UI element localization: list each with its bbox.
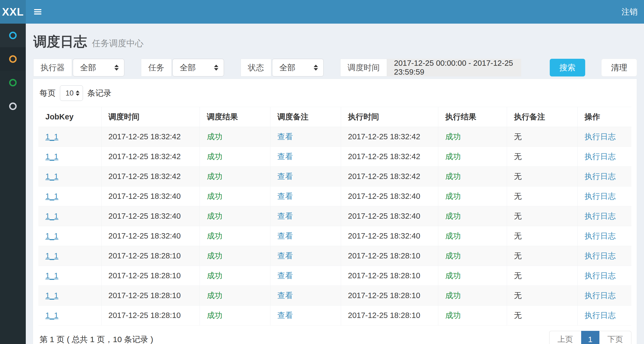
- sidebar-item-3[interactable]: [0, 71, 26, 94]
- jobkey-link[interactable]: 1_1: [45, 172, 58, 181]
- trigger-result-text: 成功: [207, 251, 222, 260]
- trigger-msg-link[interactable]: 查看: [277, 212, 293, 220]
- trigger-msg-link[interactable]: 查看: [277, 232, 293, 240]
- trigger-msg-link[interactable]: 查看: [277, 152, 293, 161]
- trigger-msg-link[interactable]: 查看: [277, 311, 293, 320]
- page-subtitle: 任务调度中心: [92, 38, 143, 48]
- handle-time-cell: 2017-12-25 18:32:40: [341, 186, 438, 206]
- handle-msg-cell: 无: [507, 246, 577, 266]
- handle-result-text: 成功: [445, 132, 461, 141]
- page-size-select[interactable]: 10: [60, 85, 83, 101]
- pagination: 上页 1 下页: [549, 331, 631, 344]
- status-filter-group: 状态 全部: [241, 59, 324, 76]
- table-row: 1_1 2017-12-25 18:32:42 成功 查看 2017-12-25…: [38, 167, 631, 186]
- status-select[interactable]: 全部: [272, 59, 324, 76]
- jobkey-link[interactable]: 1_1: [45, 212, 58, 220]
- table-row: 1_1 2017-12-25 18:28:10 成功 查看 2017-12-25…: [38, 286, 631, 306]
- trigger-msg-link[interactable]: 查看: [277, 251, 293, 260]
- exec-log-link[interactable]: 执行日志: [585, 172, 616, 181]
- col-handle-time: 执行时间: [341, 107, 438, 127]
- jobkey-link[interactable]: 1_1: [45, 192, 58, 200]
- handle-time-cell: 2017-12-25 18:28:10: [341, 306, 438, 325]
- time-range-input[interactable]: 2017-12-25 00:00:00 - 2017-12-25 23:59:5…: [387, 59, 521, 76]
- handle-time-cell: 2017-12-25 18:32:40: [341, 206, 438, 226]
- handle-result-text: 成功: [445, 251, 461, 260]
- search-button[interactable]: 搜索: [550, 59, 585, 76]
- exec-log-link[interactable]: 执行日志: [585, 152, 616, 161]
- jobkey-link[interactable]: 1_1: [45, 232, 58, 240]
- app-logo[interactable]: XXL: [0, 0, 26, 24]
- log-table-body: 1_1 2017-12-25 18:32:42 成功 查看 2017-12-25…: [38, 127, 631, 325]
- handle-result-text: 成功: [445, 192, 461, 200]
- executor-select-value: 全部: [80, 62, 96, 73]
- trigger-time-cell: 2017-12-25 18:32:40: [101, 186, 200, 206]
- clear-button[interactable]: 清理: [601, 59, 637, 76]
- trigger-time-cell: 2017-12-25 18:28:10: [101, 266, 200, 286]
- col-trigger-time: 调度时间: [101, 107, 200, 127]
- layout: 调度日志 任务调度中心 执行器 全部 任务 全部 状态: [0, 24, 644, 344]
- handle-time-cell: 2017-12-25 18:28:10: [341, 246, 438, 266]
- sidebar-toggle-icon[interactable]: [33, 8, 42, 16]
- handle-result-text: 成功: [445, 232, 461, 240]
- handle-msg-cell: 无: [507, 127, 577, 147]
- trigger-msg-link[interactable]: 查看: [277, 271, 293, 280]
- page-size-prefix: 每页: [39, 88, 56, 99]
- sidebar-item-1[interactable]: [0, 24, 26, 47]
- executor-select[interactable]: 全部: [73, 59, 124, 76]
- trigger-msg-link[interactable]: 查看: [277, 132, 293, 141]
- sidebar-item-4[interactable]: [0, 94, 26, 118]
- executor-filter-group: 执行器 全部: [33, 59, 124, 76]
- jobkey-link[interactable]: 1_1: [45, 152, 58, 161]
- trigger-time-cell: 2017-12-25 18:28:10: [101, 306, 200, 325]
- trigger-result-text: 成功: [207, 311, 222, 320]
- exec-log-link[interactable]: 执行日志: [585, 212, 616, 220]
- jobkey-link[interactable]: 1_1: [45, 291, 58, 300]
- handle-msg-cell: 无: [507, 147, 577, 167]
- prev-page-button[interactable]: 上页: [549, 331, 581, 344]
- current-page-button[interactable]: 1: [581, 331, 599, 344]
- handle-result-text: 成功: [445, 212, 461, 220]
- trigger-time-cell: 2017-12-25 18:32:40: [101, 206, 200, 226]
- exec-log-link[interactable]: 执行日志: [585, 311, 616, 320]
- page-size-value: 10: [66, 89, 74, 97]
- exec-log-link[interactable]: 执行日志: [585, 271, 616, 280]
- sidebar: [0, 24, 26, 344]
- filter-actions: 搜索 清理: [550, 59, 637, 76]
- col-trigger-result: 调度结果: [200, 107, 270, 127]
- table-header-row: JobKey 调度时间 调度结果 调度备注 执行时间 执行结果 执行备注 操作: [38, 107, 631, 127]
- circle-icon: [9, 55, 17, 63]
- jobkey-link[interactable]: 1_1: [45, 251, 58, 260]
- table-row: 1_1 2017-12-25 18:28:10 成功 查看 2017-12-25…: [38, 306, 631, 325]
- status-select-value: 全部: [279, 62, 295, 73]
- status-filter-label: 状态: [241, 59, 271, 76]
- time-filter-label: 调度时间: [340, 59, 387, 76]
- jobkey-link[interactable]: 1_1: [45, 311, 58, 320]
- exec-log-link[interactable]: 执行日志: [585, 232, 616, 240]
- exec-log-link[interactable]: 执行日志: [585, 192, 616, 200]
- trigger-msg-link[interactable]: 查看: [277, 192, 293, 200]
- trigger-time-cell: 2017-12-25 18:32:42: [101, 147, 200, 167]
- handle-result-text: 成功: [445, 311, 461, 320]
- log-table: JobKey 调度时间 调度结果 调度备注 执行时间 执行结果 执行备注 操作 …: [38, 107, 631, 325]
- sidebar-item-2[interactable]: [0, 47, 26, 71]
- job-filter-group: 任务 全部: [141, 59, 224, 76]
- handle-time-cell: 2017-12-25 18:32:42: [341, 127, 438, 147]
- table-row: 1_1 2017-12-25 18:28:10 成功 查看 2017-12-25…: [38, 266, 631, 286]
- handle-time-cell: 2017-12-25 18:32:42: [341, 147, 438, 167]
- exec-log-link[interactable]: 执行日志: [585, 132, 616, 141]
- trigger-msg-link[interactable]: 查看: [277, 291, 293, 300]
- circle-icon: [9, 79, 17, 86]
- exec-log-link[interactable]: 执行日志: [585, 291, 616, 300]
- jobkey-link[interactable]: 1_1: [45, 132, 58, 141]
- job-select[interactable]: 全部: [172, 59, 224, 76]
- select-caret-icon: [314, 65, 318, 71]
- handle-msg-cell: 无: [507, 266, 577, 286]
- logout-link[interactable]: 注销: [621, 6, 638, 17]
- jobkey-link[interactable]: 1_1: [45, 271, 58, 280]
- next-page-button[interactable]: 下页: [599, 331, 631, 344]
- handle-msg-cell: 无: [507, 226, 577, 246]
- exec-log-link[interactable]: 执行日志: [585, 251, 616, 260]
- col-handle-result: 执行结果: [438, 107, 507, 127]
- trigger-msg-link[interactable]: 查看: [277, 172, 293, 181]
- handle-time-cell: 2017-12-25 18:28:10: [341, 286, 438, 306]
